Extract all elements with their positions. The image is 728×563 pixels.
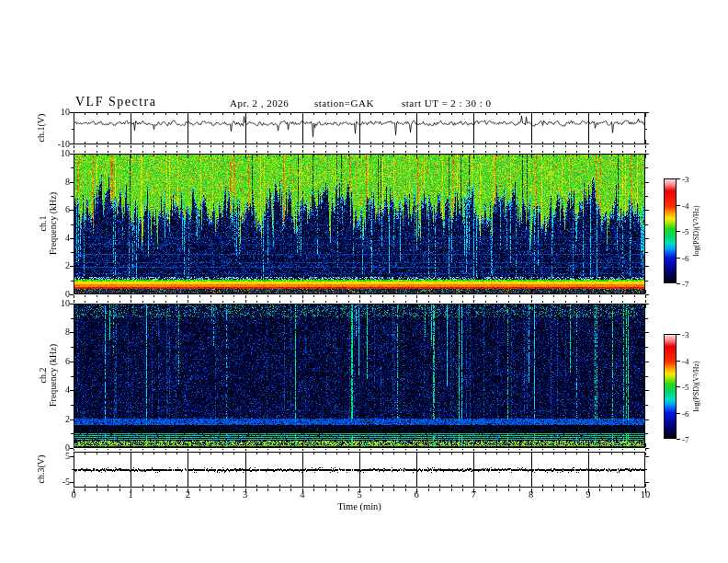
time-tick-label: 4: [300, 490, 304, 500]
colorbar-tick-label: -6: [682, 409, 689, 419]
voltage-tick-label: 5: [46, 452, 70, 461]
colorbar2-label: log(PSD)(V²/Hz): [692, 361, 700, 411]
voltage-tick-label: -5: [46, 477, 70, 487]
freq-tick-label: 6: [46, 205, 70, 214]
time-axis-label: Time (min): [337, 501, 381, 511]
ch1-label-line: ch.1: [38, 192, 48, 255]
time-tick-label: 9: [586, 490, 590, 500]
date-label: Apr. 2 , 2026: [230, 98, 289, 109]
ch2-spectrogram-ylabel: ch.2 Frequency (kHz): [38, 344, 58, 407]
colorbar1-label: log(PSD)(V²/Hz): [692, 205, 700, 256]
freq-tick-label: 2: [46, 415, 70, 424]
ch3-voltage-ylabel: ch.3(V): [36, 455, 46, 484]
voltage-tick-label: -10: [46, 140, 70, 149]
time-tick-label: 1: [129, 490, 133, 500]
freq-tick-label: 6: [46, 357, 70, 366]
colorbar-tick-label: -7: [682, 280, 689, 289]
colorbar-tick-label: -4: [682, 201, 689, 211]
time-tick-label: 2: [186, 490, 190, 500]
freq-tick-label: 10: [46, 299, 70, 308]
freq-tick-label: 8: [46, 178, 70, 187]
start-ut-label: start UT = 2 : 30 : 0: [402, 98, 491, 109]
freq-tick-label: 10: [46, 149, 70, 158]
freq-tick-label: 8: [46, 327, 70, 337]
ch2-label-line: ch.2: [38, 344, 48, 407]
time-tick-label: 10: [641, 490, 651, 500]
station-label: station=GAK: [314, 98, 374, 109]
colorbar-tick-label: -6: [682, 254, 689, 263]
ch2-spectrogram: [74, 304, 645, 448]
vlf-spectra-window: VLF Spectra Apr. 2 , 2026 station=GAK st…: [0, 0, 728, 563]
ch1-spectrogram-ylabel: ch.1 Frequency (kHz): [38, 192, 58, 255]
ch1-voltage-ylabel: ch.1(V): [36, 114, 46, 143]
freq-label-line: Frequency (kHz): [48, 344, 58, 407]
colorbar-tick-label: -5: [682, 383, 689, 392]
colorbar-tick-label: -7: [682, 435, 689, 444]
colorbar-tick-label: -3: [682, 175, 689, 184]
ch3-voltage-panel: [74, 452, 645, 488]
colorbar-ch1: [664, 178, 677, 283]
freq-tick-label: 4: [46, 234, 70, 243]
ch1-spectrogram: [74, 154, 645, 294]
freq-label-line: Frequency (kHz): [48, 192, 58, 255]
time-tick-label: 3: [243, 490, 247, 500]
colorbar-tick-label: -3: [682, 330, 689, 339]
time-tick-label: 5: [357, 490, 361, 500]
freq-tick-label: 4: [46, 385, 70, 395]
page-title: VLF Spectra: [75, 95, 156, 109]
colorbar-tick-label: -4: [682, 357, 689, 366]
colorbar-ch2: [664, 334, 677, 439]
time-tick-label: 8: [529, 490, 533, 500]
voltage-tick-label: 10: [46, 108, 70, 117]
time-tick-label: 6: [415, 490, 419, 500]
ch1-voltage-panel: [74, 112, 645, 144]
freq-tick-label: 2: [46, 261, 70, 270]
time-tick-label: 7: [472, 490, 476, 500]
colorbar-tick-label: -5: [682, 227, 689, 236]
time-tick-label: 0: [71, 490, 75, 500]
